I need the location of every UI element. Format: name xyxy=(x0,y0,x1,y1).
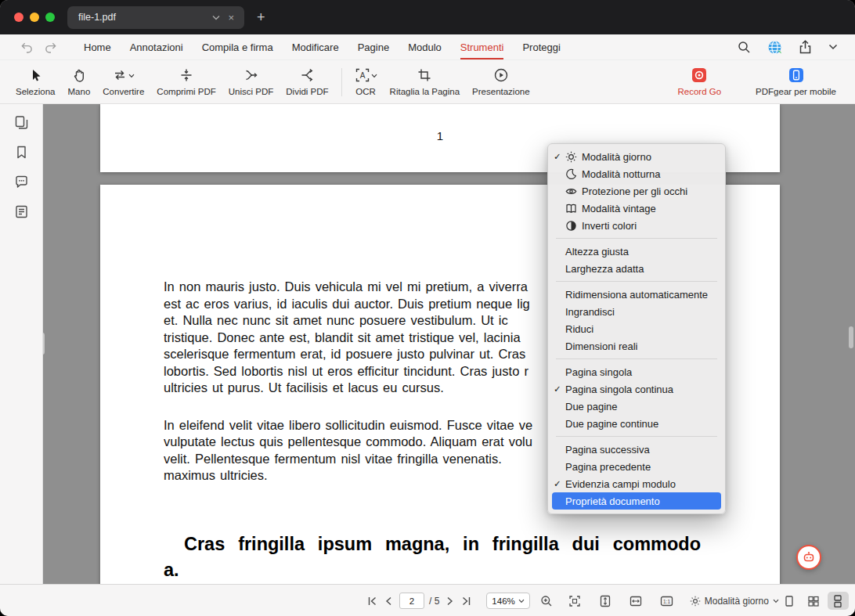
view-mode-label: Modalità giorno xyxy=(705,596,769,607)
checkmark-icon: ✓ xyxy=(554,151,565,162)
comments-panel-icon[interactable] xyxy=(12,172,31,192)
menu-item-altezza-giusta[interactable]: Altezza giusta xyxy=(548,243,725,260)
menu-item-pagina-singola[interactable]: Pagina singola xyxy=(548,363,725,380)
menu-item-pagina-successiva[interactable]: Pagina successiva xyxy=(548,441,725,458)
share-icon[interactable] xyxy=(799,40,812,54)
menu-item-inverti-colori[interactable]: Inverti colori xyxy=(548,217,725,234)
menu-item-due-pagine-continue[interactable]: Due pagine continue xyxy=(548,415,725,432)
toolbar-convertire[interactable]: Convertire xyxy=(96,67,150,96)
toolbar-ritaglia-la-pagina[interactable]: Ritaglia la Pagina xyxy=(384,67,467,96)
bookmarks-panel-icon[interactable] xyxy=(12,142,31,162)
toolbar-record-go[interactable]: Record Go xyxy=(671,67,727,96)
scrollbar-thumb[interactable] xyxy=(849,326,853,348)
last-page-button[interactable] xyxy=(457,596,475,606)
menu-item-ridimensiona-automaticamente[interactable]: Ridimensiona automaticamente xyxy=(548,286,725,303)
invert-colors-icon xyxy=(565,220,582,232)
menu-item-riduci[interactable]: Riduci xyxy=(548,320,725,337)
moon-icon xyxy=(565,168,582,180)
zoom-window-button[interactable] xyxy=(45,13,55,22)
tab-strumenti[interactable]: Strumenti xyxy=(460,34,504,59)
page-number-input[interactable] xyxy=(399,593,424,609)
window-tab-bar: file-1.pdf × + xyxy=(0,0,855,34)
sun-icon xyxy=(565,151,582,163)
toolbar-unisci-pdf[interactable]: Unisci PDF xyxy=(222,67,280,96)
menu-item-modalita-vintage[interactable]: Modalità vintage xyxy=(548,200,725,217)
single-page-view-button[interactable] xyxy=(779,592,800,610)
actual-size-icon[interactable]: 1:1 xyxy=(656,595,677,607)
continuous-scroll-view-button[interactable] xyxy=(828,592,849,610)
close-window-button[interactable] xyxy=(14,13,23,22)
minimize-window-button[interactable] xyxy=(30,13,39,22)
zoom-value: 146% xyxy=(492,596,514,606)
toolbar-item-label: Dividi PDF xyxy=(286,87,328,96)
view-mode-dropdown[interactable]: Modalità giorno xyxy=(690,596,779,607)
presentation-icon xyxy=(493,67,509,86)
toolbar-mano[interactable]: Mano xyxy=(62,67,97,96)
toolbar-seleziona[interactable]: Seleziona xyxy=(9,67,62,96)
toolbar-dividi-pdf[interactable]: Dividi PDF xyxy=(280,67,334,96)
record-go-label: Record Go xyxy=(677,87,721,96)
redo-button[interactable] xyxy=(44,41,57,53)
next-page-button[interactable] xyxy=(442,596,457,606)
menu-item-label: Due pagine continue xyxy=(565,418,717,430)
zoom-in-icon[interactable] xyxy=(536,595,557,607)
menu-item-dimensioni-reali[interactable]: Dimensioni reali xyxy=(548,337,725,355)
crop-icon xyxy=(417,67,432,86)
menu-item-modalita-notturna[interactable]: Modalità notturna xyxy=(548,165,725,182)
tab-close-icon[interactable]: × xyxy=(224,12,238,23)
menu-item-modalita-giorno[interactable]: ✓ Modalità giorno xyxy=(548,148,725,165)
menu-item-pagina-singola-continua[interactable]: ✓ Pagina singola continua xyxy=(548,380,725,398)
tab-annotazioni[interactable]: Annotazioni xyxy=(130,34,183,59)
tab-modulo[interactable]: Modulo xyxy=(408,34,442,59)
first-page-button[interactable] xyxy=(363,596,381,606)
undo-button[interactable] xyxy=(20,41,34,53)
menu-item-ingrandisci[interactable]: Ingrandisci xyxy=(548,303,725,320)
left-panel-bar xyxy=(0,104,43,584)
annotations-panel-icon[interactable] xyxy=(12,202,31,222)
toolbar-presentazione[interactable]: Presentazione xyxy=(466,67,536,96)
page-thumbnails-panel-icon[interactable] xyxy=(12,113,31,132)
tab-modificare[interactable]: Modificare xyxy=(292,34,339,59)
search-icon[interactable] xyxy=(738,41,751,54)
document-tab[interactable]: file-1.pdf × xyxy=(67,6,244,29)
menu-separator xyxy=(556,358,717,359)
menu-item-pagina-precedente[interactable]: Pagina precedente xyxy=(548,458,725,475)
traffic-lights xyxy=(14,13,55,22)
tab-pagine[interactable]: Pagine xyxy=(358,34,389,59)
tab-chevron-down-icon[interactable] xyxy=(208,13,224,23)
fit-height-icon[interactable] xyxy=(595,595,615,607)
menu-item-due-pagine[interactable]: Due pagine xyxy=(548,398,725,415)
page-total-label: / 5 xyxy=(429,596,439,607)
document-viewport[interactable]: 1 In non mauris justo. Duis vehicula mi … xyxy=(43,104,855,584)
menu-item-label: Modalità vintage xyxy=(582,203,717,214)
hand-icon xyxy=(71,67,87,86)
book-icon xyxy=(565,203,582,214)
menu-item-label: Pagina singola continua xyxy=(565,384,717,395)
chevron-down-icon xyxy=(128,67,135,81)
sidebar-resize-handle[interactable] xyxy=(43,333,45,355)
view-options-context-menu: ✓ Modalità giorno Modalità notturna Prot… xyxy=(547,143,726,514)
menu-item-evidenzia-campi-modulo[interactable]: ✓ Evidenzia campi modulo xyxy=(548,475,725,492)
previous-page-button[interactable] xyxy=(381,596,396,606)
tab-proteggi[interactable]: Proteggi xyxy=(522,34,560,59)
menu-item-protezione-occhi[interactable]: Protezione per gli occhi xyxy=(548,182,725,200)
collapse-ribbon-chevron-icon[interactable] xyxy=(828,44,838,50)
assistant-fab-button[interactable] xyxy=(796,545,821,570)
toolbar-item-label: Mano xyxy=(68,87,91,96)
zoom-level-select[interactable]: 146% xyxy=(486,593,529,609)
translate-globe-icon[interactable] xyxy=(767,40,782,55)
menu-item-proprieta-documento[interactable]: Proprietà documento xyxy=(552,492,721,510)
toolbar-comprimi-pdf[interactable]: Comprimi PDF xyxy=(150,67,222,96)
sun-icon xyxy=(690,596,701,607)
toolbar-pdfgear-mobile[interactable]: PDFgear per mobile xyxy=(749,67,842,96)
menu-item-label: Proprietà documento xyxy=(565,495,717,507)
menu-item-label: Protezione per gli occhi xyxy=(582,186,717,197)
fit-width-icon[interactable] xyxy=(626,595,646,607)
tab-compila-e-firma[interactable]: Compila e firma xyxy=(202,34,273,59)
two-page-view-button[interactable] xyxy=(803,592,824,610)
new-tab-button[interactable]: + xyxy=(257,10,265,24)
toolbar-ocr[interactable]: A OCR xyxy=(348,67,384,96)
tab-home[interactable]: Home xyxy=(84,34,111,59)
fit-window-icon[interactable] xyxy=(565,595,585,607)
menu-item-larghezza-adatta[interactable]: Larghezza adatta xyxy=(548,260,725,277)
